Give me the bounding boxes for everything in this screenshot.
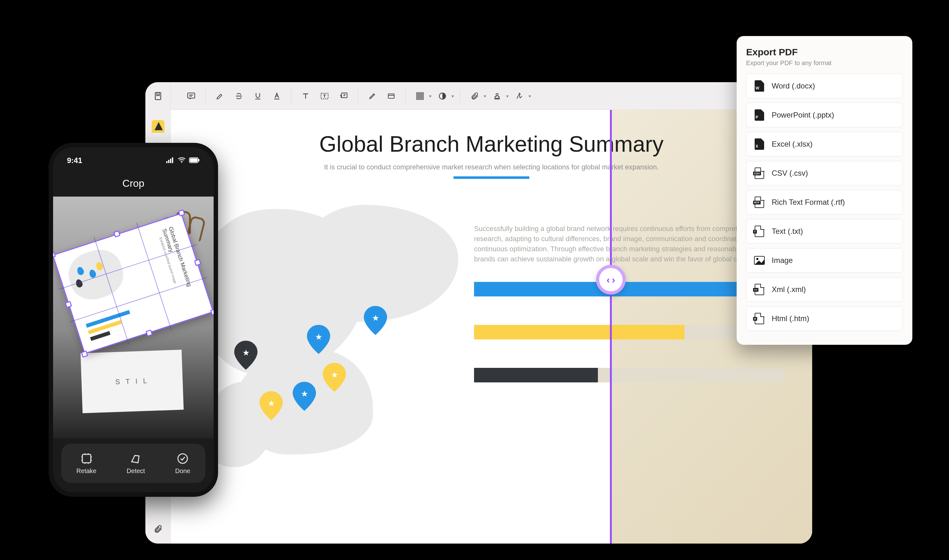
attach-icon[interactable] [467,88,483,104]
chevron-down-icon[interactable]: ▾ [529,94,531,98]
svg-rect-16 [82,454,91,463]
map-pin: ★ [234,341,258,370]
attachment-icon[interactable] [152,523,164,535]
signal-icon [166,156,174,165]
stil-card-photo: S T I L [81,349,184,413]
svg-rect-1 [188,93,195,98]
export-option-label: Rich Text Format (.rtf) [772,198,845,207]
tablet-editor-window: ▾ ▾ ▾ ▾ ▾ Global Branch Marketing Summar… [145,82,812,543]
file-type-icon: RTF [754,197,765,208]
bookmark-icon[interactable] [152,90,164,102]
map-pin: ★ [306,325,331,354]
svg-point-17 [178,454,188,463]
export-option[interactable]: CSVCSV (.csv) [746,161,903,186]
export-option-label: Word (.docx) [772,82,815,91]
export-option-label: Xml (.xml) [772,285,806,294]
map-pin: ★ [363,306,388,335]
compare-slider-handle[interactable]: ‹ › [596,265,626,295]
export-option-label: Image [772,256,793,265]
status-time: 9:41 [67,156,82,165]
retake-button[interactable]: Retake [77,452,96,475]
chevron-down-icon[interactable]: ▾ [506,94,509,98]
text-tool-icon[interactable] [298,88,314,104]
underline-icon[interactable] [250,88,266,104]
editor-toolbar: ▾ ▾ ▾ ▾ ▾ [171,82,812,110]
map-pin: ★ [292,382,316,411]
battery-icon [189,156,200,165]
document-title: Global Branch Marketing Summary [171,131,812,157]
svg-rect-15 [198,159,199,162]
export-option[interactable]: WWord (.docx) [746,74,903,98]
map-pin: ★ [322,363,346,392]
export-option-label: Html (.htm) [772,314,809,323]
stil-text: S T I L [115,377,149,386]
strikethrough-icon[interactable] [231,88,247,104]
export-option[interactable]: XExcel (.xlsx) [746,132,903,157]
svg-point-7 [496,93,498,95]
preview-bars [85,306,139,341]
svg-rect-14 [190,158,197,162]
textbox-icon[interactable] [317,88,332,104]
svg-rect-11 [172,157,173,163]
file-type-icon [754,255,765,266]
svg-rect-2 [274,98,279,99]
highlighter-icon[interactable] [212,88,228,104]
export-option-label: PowerPoint (.pptx) [772,111,834,120]
compare-slider-line[interactable] [610,110,612,543]
chevron-down-icon[interactable]: ▾ [452,94,454,98]
chevron-down-icon[interactable]: ▾ [484,94,486,98]
toolbar-separator [205,90,206,102]
signature-icon[interactable] [512,88,528,104]
svg-rect-8 [166,161,168,163]
export-option[interactable]: HHtml (.htm) [746,306,903,331]
crop-screen-title: Crop [53,178,214,189]
phone-scanner-mock: 9:41 Crop S T I L Global Branch Marketin… [49,143,218,497]
crop-toolbar: Retake Detect Done [61,444,205,483]
opacity-icon[interactable] [435,88,450,104]
export-panel: Export PDF Export your PDF to any format… [737,36,912,345]
comment-icon[interactable] [183,88,199,104]
shape-icon[interactable] [383,88,399,104]
callout-icon[interactable] [335,88,351,104]
map-land [294,205,458,322]
file-type-icon: H [754,313,765,324]
file-type-icon: CSV [754,168,765,178]
crop-canvas[interactable]: S T I L Global Branch Marketing Summary … [53,197,214,438]
file-type-icon: <> [754,284,765,295]
chart-bar [474,368,784,382]
chevron-left-icon: ‹ [606,274,610,286]
fill-color-icon[interactable] [412,88,428,104]
export-option[interactable]: RTFRich Text Format (.rtf) [746,190,903,215]
annotate-tool[interactable] [152,120,164,133]
export-title: Export PDF [746,47,903,57]
document-canvas: Global Branch Marketing Summary It is cr… [171,110,812,543]
file-type-icon: P [754,110,765,120]
toolbar-separator [460,90,460,102]
area-highlight-icon[interactable] [365,88,380,104]
done-label: Done [175,468,190,475]
wifi-icon [178,156,186,165]
svg-rect-5 [388,94,394,98]
detect-button[interactable]: Detect [127,452,145,475]
text-color-icon[interactable] [269,88,285,104]
export-option[interactable]: PPowerPoint (.pptx) [746,103,903,128]
export-option[interactable]: <>Xml (.xml) [746,277,903,302]
export-option-label: Text (.txt) [772,227,803,236]
export-option-label: Excel (.xlsx) [772,140,812,149]
file-type-icon: X [754,139,765,149]
export-option[interactable]: TText (.txt) [746,219,903,244]
map-graphic: ★★★★★★ [186,205,461,445]
svg-rect-0 [155,92,161,100]
svg-point-12 [181,162,182,163]
export-option[interactable]: Image [746,248,903,273]
svg-rect-9 [168,160,169,163]
svg-rect-4 [341,93,347,98]
toolbar-separator [358,90,358,102]
file-type-icon: W [754,81,765,91]
stamp-icon[interactable] [489,88,505,104]
chevron-down-icon[interactable]: ▾ [429,94,431,98]
retake-label: Retake [77,468,96,475]
document-subtitle: It is crucial to conduct comprehensive m… [171,163,812,171]
done-button[interactable]: Done [175,452,190,475]
toolbar-separator [291,90,291,102]
